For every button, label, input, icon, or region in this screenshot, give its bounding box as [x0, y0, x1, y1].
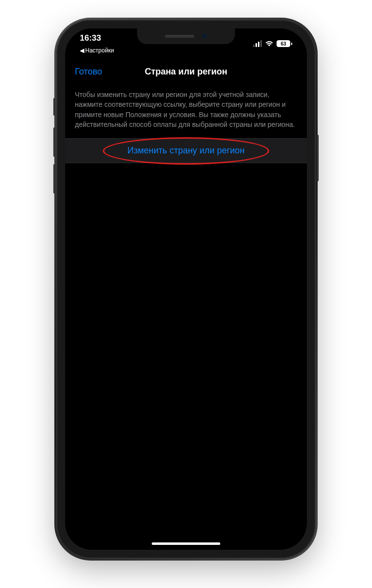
notch [137, 28, 235, 44]
status-left: 16:33 ◀ Настройки [80, 33, 114, 54]
status-right: 63 [253, 40, 292, 47]
nav-bar: Готово Страна или регион [65, 52, 307, 86]
page-title: Страна или регион [145, 67, 228, 77]
wifi-icon [265, 40, 274, 47]
volume-up-button [53, 127, 55, 157]
change-region-row[interactable]: Изменить страну или регион [65, 138, 307, 163]
speaker [165, 35, 194, 38]
description-text: Чтобы изменить страну или регион для это… [65, 86, 307, 138]
battery-level: 63 [280, 41, 286, 47]
mute-switch [53, 98, 55, 116]
cellular-signal-icon [253, 40, 262, 47]
done-button[interactable]: Готово [75, 67, 102, 77]
volume-down-button [53, 164, 55, 194]
phone-frame: 16:33 ◀ Настройки 63 [56, 20, 316, 559]
power-button [317, 135, 319, 181]
screen: 16:33 ◀ Настройки 63 [65, 28, 307, 550]
clock-time: 16:33 [80, 33, 101, 43]
front-camera [202, 33, 208, 39]
battery-icon: 63 [277, 40, 292, 47]
home-indicator[interactable] [152, 542, 220, 545]
change-region-link[interactable]: Изменить страну или регион [127, 146, 245, 155]
